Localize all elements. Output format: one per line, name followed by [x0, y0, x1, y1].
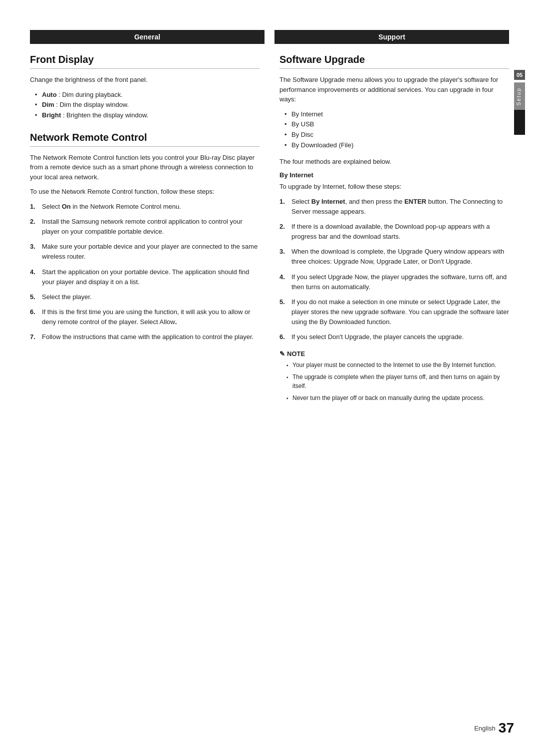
- side-tab-number: 05: [514, 70, 525, 80]
- internet-step-6: 6. If you select Don't Upgrade, the play…: [279, 332, 509, 342]
- network-remote-para1: The Network Remote Control function lets…: [30, 153, 260, 182]
- right-column: Software Upgrade The Software Upgrade me…: [279, 54, 509, 405]
- left-column: Front Display Change the brightness of t…: [30, 54, 260, 405]
- by-internet-steps: 1. Select By Internet, and then press th…: [279, 197, 509, 343]
- header-row: General Support: [30, 30, 509, 44]
- internet-step-4: 4. If you select Upgrade Now, the player…: [279, 272, 509, 292]
- footer-language: English: [474, 725, 496, 732]
- note-item-2: The upgrade is complete when the player …: [286, 373, 509, 390]
- network-remote-title: Network Remote Control: [30, 132, 260, 147]
- step-4: 4. Start the application on your portabl…: [30, 267, 260, 287]
- note-list: Your player must be connected to the Int…: [286, 361, 509, 402]
- method-internet: By Internet: [284, 109, 509, 120]
- front-display-section: Front Display Change the brightness of t…: [30, 54, 260, 121]
- note-section: ✎ NOTE Your player must be connected to …: [279, 350, 509, 402]
- by-internet-section: By Internet To upgrade by Internet, foll…: [279, 171, 509, 342]
- method-usb: By USB: [284, 119, 509, 130]
- step-3: 3. Make sure your portable device and yo…: [30, 242, 260, 262]
- upgrade-methods-list: By Internet By USB By Disc By Downloaded…: [284, 109, 509, 151]
- note-item-1: Your player must be connected to the Int…: [286, 361, 509, 370]
- step-2: 2. Install the Samsung network remote co…: [30, 217, 260, 237]
- side-tab-label: Setup: [514, 82, 525, 110]
- software-upgrade-title: Software Upgrade: [279, 54, 509, 69]
- front-display-intro: Change the brightness of the front panel…: [30, 75, 260, 85]
- header-general: General: [30, 30, 265, 44]
- header-support: Support: [274, 30, 509, 44]
- step-1: 1. Select On in the Network Remote Contr…: [30, 202, 260, 212]
- method-downloaded: By Downloaded (File): [284, 140, 509, 151]
- content-row: Front Display Change the brightness of t…: [30, 54, 509, 405]
- note-title: ✎ NOTE: [279, 350, 509, 358]
- internet-step-2: 2. If there is a download available, the…: [279, 222, 509, 242]
- bullet-auto: Auto : Dim during playback.: [35, 90, 260, 100]
- software-upgrade-section: Software Upgrade The Software Upgrade me…: [279, 54, 509, 402]
- page-container: 05 Setup General Support Front Display C…: [0, 0, 539, 756]
- four-methods-note: The four methods are explained below.: [279, 157, 509, 167]
- internet-step-1: 1. Select By Internet, and then press th…: [279, 197, 509, 217]
- internet-step-5: 5. If you do not make a selection in one…: [279, 297, 509, 327]
- internet-step-3: 3. When the download is complete, the Up…: [279, 247, 509, 267]
- by-internet-intro: To upgrade by Internet, follow these ste…: [279, 182, 509, 192]
- note-item-3: Never turn the player off or back on man…: [286, 393, 509, 402]
- side-tab-accent: [514, 110, 525, 135]
- front-display-title: Front Display: [30, 54, 260, 69]
- step-6: 6. If this is the first time you are usi…: [30, 307, 260, 327]
- step-7: 7. Follow the instructions that came wit…: [30, 332, 260, 342]
- network-remote-steps: 1. Select On in the Network Remote Contr…: [30, 202, 260, 343]
- network-remote-para2: To use the Network Remote Control functi…: [30, 187, 260, 197]
- method-disc: By Disc: [284, 130, 509, 140]
- by-internet-heading: By Internet: [279, 171, 509, 179]
- bullet-bright: Bright : Brighten the display window.: [35, 110, 260, 121]
- software-upgrade-intro: The Software Upgrade menu allows you to …: [279, 75, 509, 104]
- footer: English 37: [30, 720, 514, 736]
- note-icon: ✎: [279, 350, 285, 358]
- bullet-dim: Dim : Dim the display window.: [35, 100, 260, 110]
- step-5: 5. Select the player.: [30, 292, 260, 302]
- footer-page-number: 37: [499, 720, 514, 736]
- front-display-bullets: Auto : Dim during playback. Dim : Dim th…: [35, 90, 260, 121]
- network-remote-section: Network Remote Control The Network Remot…: [30, 132, 260, 343]
